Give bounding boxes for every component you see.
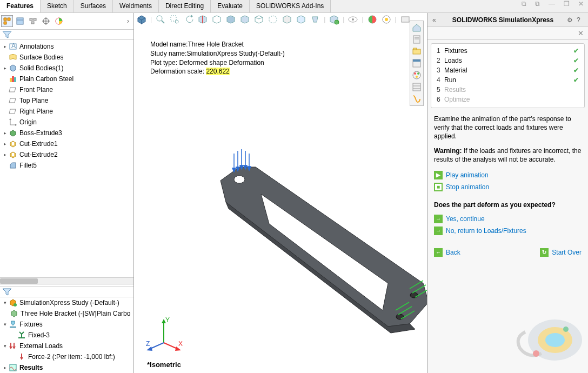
sim-tree-loads[interactable]: ▾External Loads: [0, 341, 133, 351]
yes-continue-link[interactable]: Yes, continue: [434, 213, 582, 225]
section-view-icon[interactable]: [197, 14, 208, 25]
fillet-icon: [9, 161, 17, 170]
tab-weldments[interactable]: Weldments: [113, 0, 159, 12]
taskpane-explorer-icon[interactable]: [411, 58, 422, 69]
zoom-fit-icon[interactable]: [155, 14, 166, 25]
fm-overflow-icon[interactable]: ›: [124, 17, 132, 25]
window-expand-icon[interactable]: ⧉: [517, 0, 531, 12]
close-panel-icon[interactable]: ✕: [578, 29, 584, 37]
taskpane-custom-icon[interactable]: [411, 94, 422, 104]
display-style4-icon[interactable]: [268, 14, 278, 25]
display-style3-icon[interactable]: [253, 14, 264, 25]
warning-text: Warning: If the loads and fixtures are i…: [434, 146, 582, 164]
start-over-link[interactable]: Start Over: [540, 247, 582, 258]
tree-item-annotations[interactable]: ▸AAnnotations: [0, 41, 133, 52]
display-style2-icon[interactable]: [239, 14, 250, 25]
tree-item-right-plane[interactable]: Right Plane: [0, 106, 133, 117]
tree-item-front-plane[interactable]: Front Plane: [0, 84, 133, 95]
svg-text:Z: Z: [146, 340, 150, 348]
tree-item-solid-bodies[interactable]: ▸Solid Bodies(1): [0, 63, 133, 74]
sim-tree-results[interactable]: ▸Results: [0, 362, 133, 373]
display-style-icon[interactable]: [225, 14, 236, 25]
svg-rect-4: [31, 22, 34, 24]
deformation-scale-value: 220.622: [206, 68, 229, 75]
svg-point-36: [335, 20, 339, 24]
step-run[interactable]: 4Run✔: [433, 75, 582, 85]
tree-item-boss-extrude3[interactable]: ▸Boss-Extrude3: [0, 128, 133, 138]
instruction-text: Examine the animation of the part's resp…: [434, 115, 582, 141]
tab-evaluate[interactable]: Evaluate: [211, 0, 250, 12]
step-material[interactable]: 3Material✔: [433, 65, 582, 75]
tree-item-fillet5[interactable]: Fillet5: [0, 160, 133, 171]
play-animation-link[interactable]: ▶Play animation: [434, 169, 582, 181]
svg-point-53: [416, 76, 418, 78]
scene-icon[interactable]: [381, 14, 392, 25]
previous-view-icon[interactable]: [183, 14, 194, 25]
tab-direct-editing[interactable]: Direct Editing: [159, 0, 211, 12]
graphics-viewport[interactable]: | | | | |: [134, 13, 427, 373]
fm-tab-property[interactable]: [14, 15, 26, 27]
view-orientation-icon[interactable]: [211, 14, 222, 25]
taskpane-resources-icon[interactable]: [411, 34, 422, 45]
fm-tab-display[interactable]: [53, 15, 65, 27]
horizontal-scrollbar[interactable]: [0, 277, 133, 284]
tree-item-material[interactable]: Plain Carbon Steel: [0, 74, 133, 84]
step-results[interactable]: 5Results: [433, 85, 582, 95]
step-fixtures[interactable]: 1Fixtures✔: [433, 46, 582, 56]
tab-features[interactable]: Features: [0, 0, 41, 12]
svg-text:X: X: [178, 340, 183, 348]
window-restore-icon[interactable]: ❐: [559, 0, 574, 12]
tree-item-surface-bodies[interactable]: Surface Bodies: [0, 52, 133, 63]
taskpane-palette-icon[interactable]: [411, 70, 422, 81]
help-icon[interactable]: ?: [575, 16, 585, 24]
svg-rect-11: [10, 78, 12, 82]
sim-filter-bar[interactable]: [0, 287, 133, 297]
origin-icon: [9, 118, 17, 126]
display-style5-icon[interactable]: [282, 14, 292, 25]
no-return-link[interactable]: No, return to Loads/Fixtures: [434, 225, 582, 237]
plane-icon: [9, 107, 17, 116]
svg-point-57: [234, 176, 245, 183]
collapse-panel-icon[interactable]: «: [431, 16, 440, 24]
sim-tree-fixtures[interactable]: ▾Fixtures: [0, 319, 133, 330]
filter-bar[interactable]: [0, 29, 133, 40]
appearance-icon[interactable]: [367, 14, 378, 25]
taskpane-home-icon[interactable]: [411, 22, 422, 33]
feature-manager-panel: › ▸AAnnotations Surface Bodies ▸Solid Bo…: [0, 13, 134, 373]
orientation-triad[interactable]: Y X Z: [145, 316, 183, 354]
feature-tree[interactable]: ▸AAnnotations Surface Bodies ▸Solid Bodi…: [0, 40, 133, 277]
view-cube-icon[interactable]: [136, 14, 147, 25]
perspective-icon[interactable]: [310, 14, 320, 25]
sim-tree-part[interactable]: Three Hole Bracket (-[SW]Plain Carbo: [0, 308, 133, 319]
fm-tab-tree[interactable]: [1, 15, 13, 27]
sim-tree-force[interactable]: Force-2 (:Per item: -1,000 lbf:): [0, 351, 133, 362]
fm-tab-config[interactable]: [27, 15, 39, 27]
sim-tree-fixed[interactable]: Fixed-3: [0, 330, 133, 341]
sim-tree-study[interactable]: ▾SimulationXpress Study (-Default-): [0, 297, 133, 308]
display-style6-icon[interactable]: [296, 14, 306, 25]
hide-show-icon[interactable]: [329, 14, 339, 25]
zoom-area-icon[interactable]: [169, 14, 180, 25]
step-optimize[interactable]: 6Optimize: [433, 95, 582, 104]
step-loads[interactable]: 2Loads✔: [433, 56, 582, 65]
tree-item-cut-extrude1[interactable]: ▸Cut-Extrude1: [0, 138, 133, 149]
fm-tab-dimxpert[interactable]: [40, 15, 52, 27]
options-gear-icon[interactable]: ⚙: [565, 16, 575, 24]
taskpane-appearances-icon[interactable]: [411, 82, 422, 92]
taskpane-library-icon[interactable]: [411, 46, 422, 57]
render-icon[interactable]: [400, 14, 411, 25]
tab-surfaces[interactable]: Surfaces: [74, 0, 113, 12]
window-minimize-icon[interactable]: —: [544, 0, 559, 12]
window-close-icon[interactable]: ✕: [574, 0, 588, 12]
tree-item-cut-extrude2[interactable]: ▸Cut-Extrude2: [0, 149, 133, 160]
window-expand2-icon[interactable]: ⧉: [531, 0, 544, 12]
tab-addins[interactable]: SOLIDWORKS Add-Ins: [250, 0, 331, 12]
eye-icon[interactable]: [348, 14, 358, 25]
solid-bodies-icon: [9, 64, 17, 72]
stop-animation-link[interactable]: ■Stop animation: [434, 181, 582, 193]
tree-item-top-plane[interactable]: Top Plane: [0, 95, 133, 106]
tab-sketch[interactable]: Sketch: [41, 0, 74, 12]
tree-item-origin[interactable]: Origin: [0, 117, 133, 128]
back-link[interactable]: Back: [434, 247, 460, 258]
svg-rect-43: [413, 36, 420, 43]
